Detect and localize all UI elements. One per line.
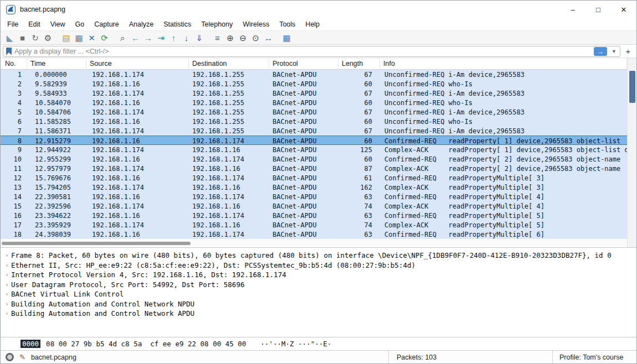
cell-source: 192.168.1.174 (86, 70, 189, 79)
minimize-button[interactable]: – (560, 1, 585, 18)
packet-row[interactable]: 510.584706192.168.1.174192.168.1.255BACn… (1, 107, 627, 117)
expand-chevron-icon[interactable]: › (3, 300, 11, 308)
menu-telephony[interactable]: Telephony (196, 19, 238, 29)
column-header-source[interactable]: Source (86, 58, 189, 69)
detail-line[interactable]: ›Building Automation and Control Network… (3, 309, 636, 319)
cell-protocol: BACnet-APDU (269, 183, 338, 192)
expand-chevron-icon[interactable]: › (3, 252, 11, 259)
restart-capture-icon[interactable]: ↻ (29, 32, 42, 44)
packet-row[interactable]: 1012.955299192.168.1.16192.168.1.174BACn… (1, 154, 627, 164)
capture-options-icon[interactable]: ⚙ (42, 32, 54, 44)
expand-chevron-icon[interactable]: › (3, 310, 11, 317)
menu-edit[interactable]: Edit (23, 19, 45, 29)
wireshark-logo-icon (6, 5, 16, 14)
menu-file[interactable]: File (2, 19, 23, 29)
cell-protocol: BACnet-APDU (269, 230, 338, 239)
stop-capture-icon[interactable]: ■ (16, 32, 29, 44)
packet-row[interactable]: 29.582939192.168.1.16192.168.1.255BACnet… (1, 79, 627, 89)
reload-file-icon[interactable]: ⟳ (98, 32, 111, 44)
menu-wireless[interactable]: Wireless (238, 19, 274, 29)
expand-chevron-icon[interactable]: › (3, 271, 11, 278)
packet-row[interactable]: 39.584933192.168.1.174192.168.1.255BACne… (1, 89, 627, 98)
detail-line[interactable]: ›BACnet Virtual Link Control (3, 289, 636, 299)
menu-go[interactable]: Go (70, 19, 90, 29)
packet-row[interactable]: 1824.398039192.168.1.16192.168.1.174BACn… (1, 230, 627, 239)
status-profile-section[interactable]: Profile: Tom's course (552, 351, 636, 363)
column-header-length[interactable]: Length (338, 58, 380, 69)
packet-row[interactable]: 611.585285192.168.1.16192.168.1.255BACne… (1, 117, 627, 126)
packet-row[interactable]: 10.000000192.168.1.174192.168.1.255BACne… (1, 70, 627, 79)
go-forward-icon[interactable]: → (142, 32, 155, 44)
menu-tools[interactable]: Tools (274, 19, 300, 29)
vertical-scrollbar-thumb[interactable] (629, 71, 635, 103)
column-header-info[interactable]: Info (380, 58, 627, 69)
save-file-icon[interactable]: ▦ (73, 32, 85, 44)
packet-bytes-pane[interactable]: 0000 08 00 27 9b b5 4d c8 5a cf ee e9 22… (1, 337, 636, 350)
packet-row[interactable]: 410.584070192.168.1.16192.168.1.255BACne… (1, 98, 627, 107)
cell-info: Unconfirmed-REQ i-Am device,2965583 (380, 89, 627, 98)
detail-line[interactable]: ›User Datagram Protocol, Src Port: 54992… (3, 280, 636, 290)
filter-dropdown-icon[interactable]: ▼ (610, 49, 618, 54)
go-back-icon[interactable]: ← (129, 32, 142, 44)
close-button[interactable]: ✕ (611, 1, 636, 18)
display-columns-icon[interactable]: ▦ (280, 32, 293, 44)
expert-info-icon[interactable] (6, 353, 14, 361)
expand-chevron-icon[interactable]: › (3, 290, 11, 298)
column-header-time[interactable]: Time (27, 58, 86, 69)
expand-chevron-icon[interactable]: › (3, 262, 11, 269)
apply-filter-button[interactable]: → (594, 47, 607, 56)
zoom-reset-icon[interactable]: ⊙ (249, 32, 262, 44)
menu-statistics[interactable]: Statistics (158, 19, 196, 29)
detail-line[interactable]: ›Ethernet II, Src: HP_ee:e9:22 (c8:5a:cf… (3, 261, 636, 271)
packet-row[interactable]: 1215.769676192.168.1.16192.168.1.174BACn… (1, 173, 627, 183)
close-file-icon[interactable]: ✕ (85, 32, 98, 44)
go-to-packet-icon[interactable]: ⇥ (155, 32, 167, 44)
open-file-icon[interactable]: ▤ (60, 32, 73, 44)
packet-row[interactable]: 711.586371192.168.1.174192.168.1.255BACn… (1, 126, 627, 136)
column-header-no[interactable]: No. (1, 58, 27, 69)
packet-row[interactable]: 1522.392596192.168.1.174192.168.1.16BACn… (1, 201, 627, 211)
cell-info: Unconfirmed-REQ who-Is (380, 79, 627, 89)
packet-row[interactable]: 1315.794205192.168.1.174192.168.1.16BACn… (1, 183, 627, 192)
detail-line[interactable]: ›Frame 8: Packet, 60 bytes on wire (480 … (3, 251, 636, 261)
packet-header-row: No.TimeSourceDestinationProtocolLengthIn… (1, 58, 627, 70)
horizontal-scrollbar[interactable] (1, 240, 627, 247)
horizontal-scrollbar-thumb[interactable] (2, 242, 191, 245)
column-header-protocol[interactable]: Protocol (269, 58, 338, 69)
packet-row[interactable]: 912.944922192.168.1.174192.168.1.16BACne… (1, 145, 627, 154)
zoom-in-icon[interactable]: ⊕ (224, 32, 237, 44)
maximize-button[interactable]: □ (585, 1, 611, 18)
detail-line[interactable]: ›Building Automation and Control Network… (3, 299, 636, 309)
bookmark-icon[interactable] (6, 48, 12, 55)
menu-capture[interactable]: Capture (89, 19, 124, 29)
packet-row[interactable]: 812.915279192.168.1.16192.168.1.174BACne… (1, 136, 627, 145)
menu-view[interactable]: View (45, 19, 70, 29)
detail-line[interactable]: ›Internet Protocol Version 4, Src: 192.1… (3, 270, 636, 280)
go-last-packet-icon[interactable]: ↓ (180, 32, 193, 44)
column-header-destination[interactable]: Destination (189, 58, 269, 69)
packet-row[interactable]: 1623.394622192.168.1.16192.168.1.174BACn… (1, 211, 627, 220)
menu-help[interactable]: Help (300, 19, 325, 29)
cell-destination: 192.168.1.255 (189, 89, 269, 98)
vertical-scrollbar[interactable] (627, 58, 636, 247)
display-filter-input[interactable] (14, 48, 591, 55)
cell-destination: 192.168.1.174 (189, 136, 269, 144)
cell-info: Unconfirmed-REQ i-Am device,2965583 (380, 107, 627, 117)
colorize-packets-icon[interactable]: ≡ (211, 32, 224, 44)
packet-row[interactable]: 1723.395929192.168.1.174192.168.1.16BACn… (1, 220, 627, 230)
zoom-out-icon[interactable]: ⊖ (237, 32, 249, 44)
display-filter-field[interactable]: → ▼ (3, 46, 620, 57)
cell-length: 162 (338, 183, 380, 192)
menu-analyze[interactable]: Analyze (124, 19, 158, 29)
start-capture-icon[interactable]: ◣ (3, 32, 16, 44)
auto-scroll-icon[interactable]: ⇓ (193, 32, 206, 44)
go-first-packet-icon[interactable]: ↑ (167, 32, 180, 44)
cell-source: 192.168.1.174 (86, 220, 189, 230)
resize-columns-icon[interactable]: ↔ (262, 32, 275, 44)
add-filter-button-plus[interactable]: + (623, 46, 634, 57)
capture-comment-icon[interactable]: ✎ (19, 353, 25, 361)
packet-row[interactable]: 1112.957979192.168.1.174192.168.1.16BACn… (1, 164, 627, 173)
packet-row[interactable]: 1422.390581192.168.1.16192.168.1.174BACn… (1, 192, 627, 201)
expand-chevron-icon[interactable]: › (3, 281, 11, 288)
find-packet-icon[interactable]: ⌕ (116, 32, 129, 44)
